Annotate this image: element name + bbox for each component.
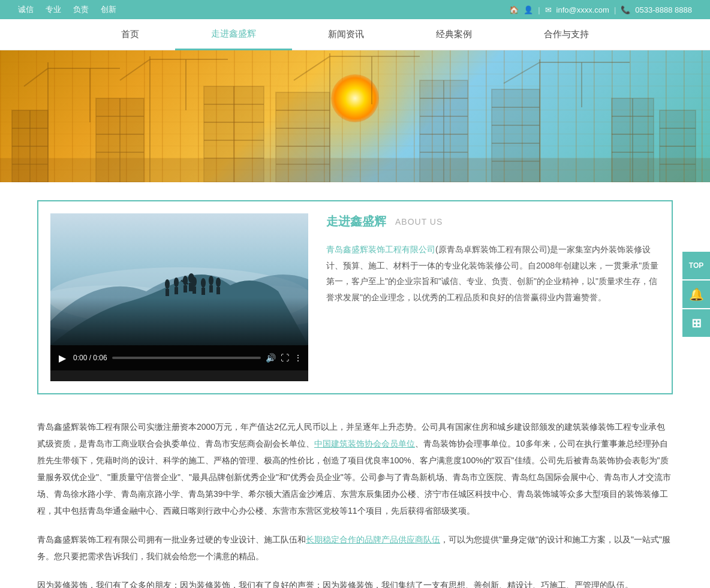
- highlight-link[interactable]: 长期稳定合作的品牌产品供应商队伍: [306, 535, 440, 544]
- svg-line-41: [504, 62, 540, 83]
- svg-line-11: [120, 59, 150, 80]
- play-button[interactable]: ▶: [56, 350, 68, 366]
- phone-number: 0533-8888 8888: [635, 5, 692, 14]
- nav-home[interactable]: 首页: [85, 19, 175, 50]
- company-link[interactable]: 青岛鑫盛辉装饰工程有限公司: [326, 245, 435, 254]
- divider-1: |: [538, 5, 540, 14]
- svg-point-62: [165, 279, 170, 289]
- body-para-2: 青岛鑫盛辉装饰工程有限公司拥有一批业务过硬的专业设计、施工队伍和长期稳定合作的品…: [37, 531, 673, 565]
- hero-cranes: [0, 50, 710, 182]
- main-nav: 首页 走进鑫盛辉 新闻资讯 经典案例 合作与支持: [0, 19, 710, 50]
- svg-rect-77: [189, 283, 194, 291]
- top-button[interactable]: TOP: [682, 252, 710, 279]
- about-title: 走进鑫盛辉 ABOUT US: [326, 213, 660, 230]
- slogan-3: 负责: [73, 4, 89, 15]
- email-icon: ✉: [545, 5, 552, 14]
- body-para-1: 青岛鑫盛辉装饰工程有限公司实缴注册资本2000万元，年产值达2亿元人民币以上，并…: [37, 418, 673, 519]
- svg-rect-75: [216, 287, 220, 294]
- nav-support[interactable]: 合作与支持: [508, 19, 625, 50]
- video-container[interactable]: ▶ 0:00 / 0:06 🔊 ⛶ ⋮: [50, 213, 308, 381]
- org-link-1[interactable]: 中国建筑装饰协会会员单位: [314, 439, 415, 448]
- video-controls[interactable]: ▶ 0:00 / 0:06 🔊 ⛶ ⋮: [50, 345, 308, 370]
- body-para-3: 因为装修装饰，我们有了众多的朋友；因为装修装饰，我们有了良好的声誉；因为装修装饰…: [37, 577, 673, 588]
- fullscreen-button[interactable]: ⛶: [281, 353, 289, 363]
- svg-rect-73: [209, 285, 213, 293]
- contact-info: 🏠 👤 | ✉ info@xxxx.com | 📞 0533-8888 8888: [509, 5, 692, 14]
- user-icon: 👤: [524, 5, 533, 14]
- slogan-1: 诚信: [18, 4, 34, 15]
- svg-rect-57: [0, 158, 710, 182]
- about-title-en: ABOUT US: [395, 217, 443, 227]
- nav-news[interactable]: 新闻资讯: [292, 19, 400, 50]
- volume-button[interactable]: 🔊: [266, 353, 276, 363]
- about-title-cn: 走进鑫盛辉: [326, 213, 386, 230]
- nav-cases[interactable]: 经典案例: [400, 19, 508, 50]
- side-buttons: TOP 🔔 ⊞: [682, 252, 710, 337]
- video-time: 0:00 / 0:06: [73, 354, 107, 362]
- nav-items: 首页 走进鑫盛辉 新闻资讯 经典案例 合作与支持: [85, 19, 625, 50]
- progress-bar[interactable]: [112, 357, 261, 359]
- svg-line-26: [294, 56, 330, 80]
- svg-point-76: [188, 273, 194, 283]
- svg-rect-63: [166, 289, 169, 296]
- svg-rect-65: [175, 287, 178, 294]
- divider-2: |: [614, 5, 616, 14]
- slogan-4: 创新: [101, 4, 116, 15]
- svg-point-72: [209, 276, 213, 285]
- main-content: ▶ 0:00 / 0:06 🔊 ⛶ ⋮ 走进鑫盛辉 ABOUT US 青岛鑫盛辉…: [25, 182, 685, 588]
- hero-banner: [0, 50, 710, 182]
- svg-point-70: [201, 278, 206, 288]
- phone-icon: 📞: [621, 5, 630, 14]
- top-bar: 诚信 专业 负责 创新 🏠 👤 | ✉ info@xxxx.com | 📞 05…: [0, 0, 710, 19]
- about-text: 走进鑫盛辉 ABOUT US 青岛鑫盛辉装饰工程有限公司(原青岛卓辉装饰工程有限…: [326, 213, 660, 381]
- more-options-button[interactable]: ⋮: [294, 353, 302, 363]
- about-section: ▶ 0:00 / 0:06 🔊 ⛶ ⋮ 走进鑫盛辉 ABOUT US 青岛鑫盛辉…: [37, 200, 673, 394]
- nav-about[interactable]: 走进鑫盛辉: [175, 19, 292, 50]
- crowd-silhouette: [50, 297, 308, 345]
- svg-point-64: [174, 278, 179, 287]
- svg-rect-67: [183, 285, 187, 293]
- notification-button[interactable]: 🔔: [682, 281, 710, 308]
- about-description: 青岛鑫盛辉装饰工程有限公司(原青岛卓辉装饰工程有限公司)是一家集室内外装饰装修设…: [326, 242, 660, 305]
- qr-button[interactable]: ⊞: [682, 309, 710, 337]
- video-thumbnail: [50, 213, 308, 345]
- svg-point-74: [216, 278, 221, 287]
- svg-rect-71: [201, 288, 205, 295]
- slogan-2: 专业: [46, 4, 61, 15]
- email-address[interactable]: info@xxxx.com: [556, 5, 609, 14]
- home-icon: 🏠: [509, 5, 519, 14]
- slogans: 诚信 专业 负责 创新: [18, 4, 116, 15]
- svg-line-2: [24, 68, 48, 86]
